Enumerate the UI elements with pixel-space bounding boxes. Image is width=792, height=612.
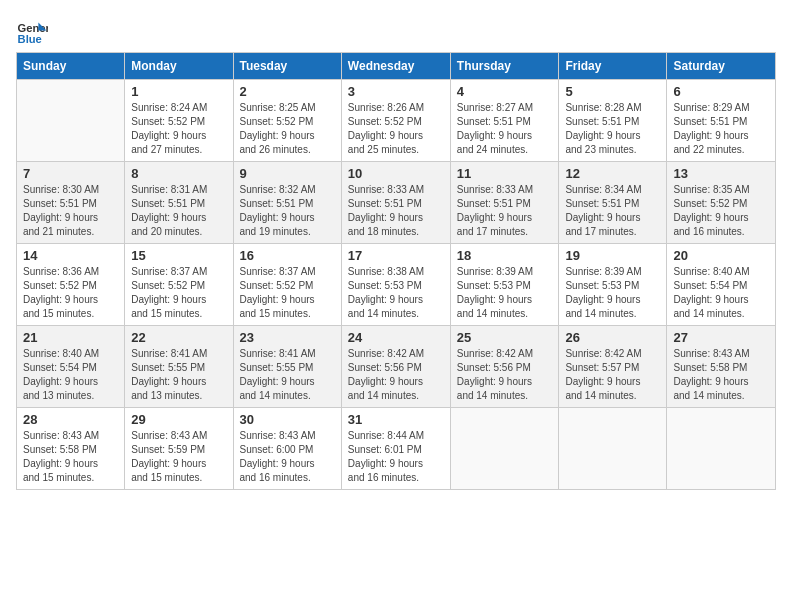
calendar-header-row: SundayMondayTuesdayWednesdayThursdayFrid… [17, 53, 776, 80]
weekday-header: Monday [125, 53, 233, 80]
day-number: 2 [240, 84, 335, 99]
day-number: 11 [457, 166, 553, 181]
calendar-cell: 12Sunrise: 8:34 AM Sunset: 5:51 PM Dayli… [559, 162, 667, 244]
day-number: 28 [23, 412, 118, 427]
day-info: Sunrise: 8:43 AM Sunset: 5:59 PM Dayligh… [131, 429, 226, 485]
calendar-cell: 7Sunrise: 8:30 AM Sunset: 5:51 PM Daylig… [17, 162, 125, 244]
day-info: Sunrise: 8:34 AM Sunset: 5:51 PM Dayligh… [565, 183, 660, 239]
day-number: 21 [23, 330, 118, 345]
calendar-cell: 18Sunrise: 8:39 AM Sunset: 5:53 PM Dayli… [450, 244, 559, 326]
calendar-week-row: 28Sunrise: 8:43 AM Sunset: 5:58 PM Dayli… [17, 408, 776, 490]
day-info: Sunrise: 8:42 AM Sunset: 5:57 PM Dayligh… [565, 347, 660, 403]
day-number: 19 [565, 248, 660, 263]
calendar-cell [450, 408, 559, 490]
day-number: 29 [131, 412, 226, 427]
header: General Blue [16, 16, 776, 48]
weekday-header: Thursday [450, 53, 559, 80]
day-info: Sunrise: 8:40 AM Sunset: 5:54 PM Dayligh… [23, 347, 118, 403]
calendar-cell: 9Sunrise: 8:32 AM Sunset: 5:51 PM Daylig… [233, 162, 341, 244]
day-number: 10 [348, 166, 444, 181]
calendar-cell: 11Sunrise: 8:33 AM Sunset: 5:51 PM Dayli… [450, 162, 559, 244]
weekday-header: Tuesday [233, 53, 341, 80]
day-info: Sunrise: 8:35 AM Sunset: 5:52 PM Dayligh… [673, 183, 769, 239]
day-info: Sunrise: 8:44 AM Sunset: 6:01 PM Dayligh… [348, 429, 444, 485]
day-info: Sunrise: 8:39 AM Sunset: 5:53 PM Dayligh… [565, 265, 660, 321]
calendar-cell: 28Sunrise: 8:43 AM Sunset: 5:58 PM Dayli… [17, 408, 125, 490]
calendar-cell: 4Sunrise: 8:27 AM Sunset: 5:51 PM Daylig… [450, 80, 559, 162]
calendar-cell: 14Sunrise: 8:36 AM Sunset: 5:52 PM Dayli… [17, 244, 125, 326]
calendar-cell: 6Sunrise: 8:29 AM Sunset: 5:51 PM Daylig… [667, 80, 776, 162]
day-number: 8 [131, 166, 226, 181]
calendar-cell: 13Sunrise: 8:35 AM Sunset: 5:52 PM Dayli… [667, 162, 776, 244]
day-info: Sunrise: 8:37 AM Sunset: 5:52 PM Dayligh… [240, 265, 335, 321]
day-number: 1 [131, 84, 226, 99]
calendar-week-row: 7Sunrise: 8:30 AM Sunset: 5:51 PM Daylig… [17, 162, 776, 244]
day-number: 5 [565, 84, 660, 99]
calendar-week-row: 14Sunrise: 8:36 AM Sunset: 5:52 PM Dayli… [17, 244, 776, 326]
day-number: 13 [673, 166, 769, 181]
calendar-cell: 29Sunrise: 8:43 AM Sunset: 5:59 PM Dayli… [125, 408, 233, 490]
weekday-header: Wednesday [341, 53, 450, 80]
calendar-cell: 8Sunrise: 8:31 AM Sunset: 5:51 PM Daylig… [125, 162, 233, 244]
day-info: Sunrise: 8:27 AM Sunset: 5:51 PM Dayligh… [457, 101, 553, 157]
calendar-cell: 22Sunrise: 8:41 AM Sunset: 5:55 PM Dayli… [125, 326, 233, 408]
day-number: 26 [565, 330, 660, 345]
day-info: Sunrise: 8:33 AM Sunset: 5:51 PM Dayligh… [348, 183, 444, 239]
day-info: Sunrise: 8:29 AM Sunset: 5:51 PM Dayligh… [673, 101, 769, 157]
calendar-cell: 2Sunrise: 8:25 AM Sunset: 5:52 PM Daylig… [233, 80, 341, 162]
day-number: 24 [348, 330, 444, 345]
calendar-cell: 31Sunrise: 8:44 AM Sunset: 6:01 PM Dayli… [341, 408, 450, 490]
calendar-table: SundayMondayTuesdayWednesdayThursdayFrid… [16, 52, 776, 490]
day-number: 16 [240, 248, 335, 263]
calendar-week-row: 21Sunrise: 8:40 AM Sunset: 5:54 PM Dayli… [17, 326, 776, 408]
day-number: 20 [673, 248, 769, 263]
day-info: Sunrise: 8:26 AM Sunset: 5:52 PM Dayligh… [348, 101, 444, 157]
weekday-header: Saturday [667, 53, 776, 80]
day-number: 7 [23, 166, 118, 181]
day-number: 12 [565, 166, 660, 181]
day-number: 14 [23, 248, 118, 263]
logo: General Blue [16, 16, 52, 48]
calendar-cell: 30Sunrise: 8:43 AM Sunset: 6:00 PM Dayli… [233, 408, 341, 490]
calendar-cell: 10Sunrise: 8:33 AM Sunset: 5:51 PM Dayli… [341, 162, 450, 244]
day-info: Sunrise: 8:30 AM Sunset: 5:51 PM Dayligh… [23, 183, 118, 239]
day-number: 27 [673, 330, 769, 345]
day-info: Sunrise: 8:41 AM Sunset: 5:55 PM Dayligh… [131, 347, 226, 403]
day-info: Sunrise: 8:24 AM Sunset: 5:52 PM Dayligh… [131, 101, 226, 157]
calendar-cell: 19Sunrise: 8:39 AM Sunset: 5:53 PM Dayli… [559, 244, 667, 326]
day-number: 25 [457, 330, 553, 345]
day-info: Sunrise: 8:40 AM Sunset: 5:54 PM Dayligh… [673, 265, 769, 321]
day-info: Sunrise: 8:43 AM Sunset: 6:00 PM Dayligh… [240, 429, 335, 485]
calendar-cell: 21Sunrise: 8:40 AM Sunset: 5:54 PM Dayli… [17, 326, 125, 408]
day-info: Sunrise: 8:41 AM Sunset: 5:55 PM Dayligh… [240, 347, 335, 403]
calendar-cell: 3Sunrise: 8:26 AM Sunset: 5:52 PM Daylig… [341, 80, 450, 162]
day-info: Sunrise: 8:37 AM Sunset: 5:52 PM Dayligh… [131, 265, 226, 321]
day-info: Sunrise: 8:39 AM Sunset: 5:53 PM Dayligh… [457, 265, 553, 321]
day-info: Sunrise: 8:43 AM Sunset: 5:58 PM Dayligh… [673, 347, 769, 403]
day-info: Sunrise: 8:42 AM Sunset: 5:56 PM Dayligh… [457, 347, 553, 403]
day-number: 30 [240, 412, 335, 427]
day-number: 23 [240, 330, 335, 345]
day-info: Sunrise: 8:43 AM Sunset: 5:58 PM Dayligh… [23, 429, 118, 485]
svg-text:Blue: Blue [18, 33, 42, 45]
day-number: 15 [131, 248, 226, 263]
calendar-cell: 5Sunrise: 8:28 AM Sunset: 5:51 PM Daylig… [559, 80, 667, 162]
day-info: Sunrise: 8:38 AM Sunset: 5:53 PM Dayligh… [348, 265, 444, 321]
calendar-cell: 23Sunrise: 8:41 AM Sunset: 5:55 PM Dayli… [233, 326, 341, 408]
day-number: 4 [457, 84, 553, 99]
calendar-cell: 17Sunrise: 8:38 AM Sunset: 5:53 PM Dayli… [341, 244, 450, 326]
day-info: Sunrise: 8:33 AM Sunset: 5:51 PM Dayligh… [457, 183, 553, 239]
day-info: Sunrise: 8:42 AM Sunset: 5:56 PM Dayligh… [348, 347, 444, 403]
day-info: Sunrise: 8:31 AM Sunset: 5:51 PM Dayligh… [131, 183, 226, 239]
day-info: Sunrise: 8:32 AM Sunset: 5:51 PM Dayligh… [240, 183, 335, 239]
weekday-header: Sunday [17, 53, 125, 80]
calendar-cell [667, 408, 776, 490]
calendar-cell: 26Sunrise: 8:42 AM Sunset: 5:57 PM Dayli… [559, 326, 667, 408]
day-info: Sunrise: 8:36 AM Sunset: 5:52 PM Dayligh… [23, 265, 118, 321]
weekday-header: Friday [559, 53, 667, 80]
calendar-cell [559, 408, 667, 490]
day-info: Sunrise: 8:28 AM Sunset: 5:51 PM Dayligh… [565, 101, 660, 157]
calendar-cell: 27Sunrise: 8:43 AM Sunset: 5:58 PM Dayli… [667, 326, 776, 408]
calendar-week-row: 1Sunrise: 8:24 AM Sunset: 5:52 PM Daylig… [17, 80, 776, 162]
calendar-cell: 20Sunrise: 8:40 AM Sunset: 5:54 PM Dayli… [667, 244, 776, 326]
